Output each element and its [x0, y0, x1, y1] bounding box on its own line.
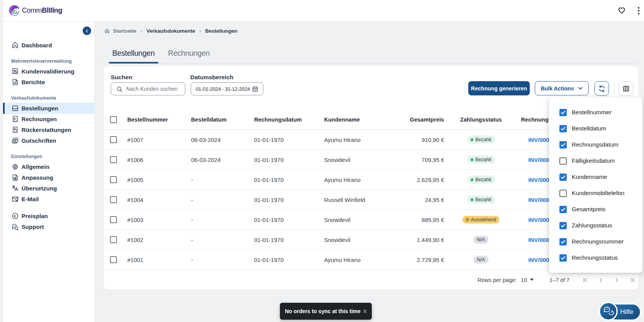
- svg-text:€: €: [14, 214, 16, 218]
- svg-text:Hilfe: Hilfe: [620, 308, 633, 315]
- svg-text:€: €: [14, 117, 16, 120]
